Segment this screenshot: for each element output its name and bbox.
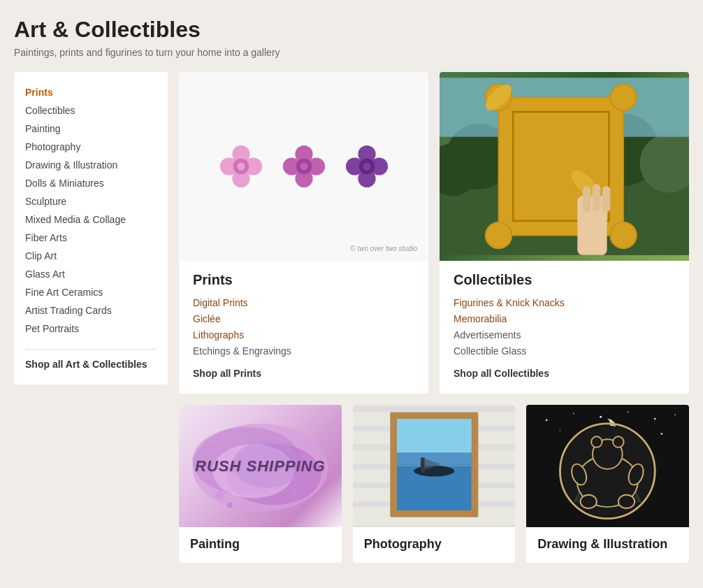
collectibles-card: Collectibles Figurines & Knick Knacks Me… [440, 72, 689, 394]
sidebar-item-pet-portraits[interactable]: Pet Portraits [25, 322, 157, 335]
svg-rect-49 [353, 407, 516, 413]
svg-point-29 [610, 85, 637, 111]
collectibles-svg [440, 72, 689, 261]
list-item[interactable]: Digital Prints [193, 296, 414, 309]
svg-rect-57 [397, 419, 472, 452]
page-wrapper: Art & Collectibles Paintings, prints and… [0, 0, 703, 580]
svg-point-17 [363, 162, 370, 170]
sidebar-item-mixed-media[interactable]: Mixed Media & Collage [25, 213, 157, 226]
svg-rect-37 [602, 186, 610, 213]
list-item[interactable]: Lithographs [193, 329, 414, 341]
list-item[interactable]: Etchings & Engravings [193, 345, 414, 357]
svg-point-89 [591, 436, 602, 447]
photography-svg [353, 405, 516, 527]
list-item[interactable]: Giclée [193, 313, 414, 325]
svg-point-69 [654, 418, 656, 420]
prints-card-body: Prints Digital Prints Giclée Lithographs… [179, 261, 428, 394]
painting-card-body: Painting [179, 527, 342, 563]
sidebar-item-fiber-arts[interactable]: Fiber Arts [25, 231, 157, 244]
list-item[interactable]: Advertisements [454, 329, 675, 341]
prints-title: Prints [193, 272, 414, 288]
sidebar: Prints Collectibles Painting Photography… [14, 72, 168, 385]
sidebar-item-ceramics[interactable]: Fine Art Ceramics [25, 286, 157, 299]
sidebar-divider [25, 349, 157, 350]
svg-point-67 [600, 416, 602, 418]
photography-card: Photography [353, 405, 516, 563]
sidebar-item-glass-art[interactable]: Glass Art [25, 268, 157, 280]
sidebar-item-dolls[interactable]: Dolls & Miniatures [25, 177, 157, 189]
collectibles-title: Collectibles [454, 272, 675, 288]
prints-copyright: © two over two studio [350, 245, 417, 252]
flower-1 [217, 142, 266, 191]
svg-rect-36 [593, 184, 600, 211]
sidebar-item-drawing[interactable]: Drawing & Illustration [25, 159, 157, 171]
drawing-svg [526, 405, 689, 527]
shop-all-prints-link[interactable]: Shop all Prints [193, 368, 261, 379]
photography-title: Photography [364, 537, 505, 552]
svg-point-66 [573, 413, 574, 414]
sidebar-item-sculpture[interactable]: Sculpture [25, 195, 157, 208]
sidebar-item-clip-art[interactable]: Clip Art [25, 250, 157, 262]
content-layout: Prints Collectibles Painting Photography… [14, 72, 689, 563]
flower-2 [280, 142, 328, 191]
painting-title: Painting [190, 537, 331, 552]
top-row: © two over two studio Prints Digital Pri… [179, 72, 689, 394]
svg-point-72 [661, 433, 663, 435]
drawing-card-body: Drawing & Illustration [526, 527, 689, 563]
svg-rect-35 [583, 186, 590, 213]
shop-all-sidebar-link[interactable]: Shop all Art & Collectibles [25, 359, 147, 370]
sidebar-item-painting[interactable]: Painting [25, 122, 157, 135]
prints-card: © two over two studio Prints Digital Pri… [179, 72, 428, 394]
prints-image: © two over two studio [179, 72, 428, 261]
svg-point-31 [610, 222, 637, 249]
collectibles-image [440, 72, 689, 261]
svg-rect-62 [421, 457, 425, 472]
bottom-row: RUSH SHIPPING Painting [179, 405, 689, 563]
svg-point-91 [581, 495, 597, 508]
sidebar-item-trading-cards[interactable]: Artist Trading Cards [25, 304, 157, 317]
prints-links: Digital Prints Giclée Lithographs Etchin… [193, 296, 414, 357]
collectibles-card-body: Collectibles Figurines & Knick Knacks Me… [440, 261, 689, 394]
svg-point-90 [613, 436, 624, 447]
list-item[interactable]: Memorabilia [454, 313, 675, 325]
rush-shipping-text: RUSH SHIPPING [195, 457, 326, 475]
main-content: © two over two studio Prints Digital Pri… [179, 72, 689, 563]
sidebar-item-collectibles[interactable]: Collectibles [25, 104, 157, 117]
svg-point-61 [414, 466, 454, 477]
sidebar-nav: Prints Collectibles Painting Photography… [25, 86, 157, 335]
drawing-card: Drawing & Illustration [526, 405, 689, 563]
list-item[interactable]: Figurines & Knick Knacks [454, 296, 675, 309]
page-subtitle: Paintings, prints and figurines to turn … [14, 47, 689, 58]
flowers-container [217, 142, 391, 191]
collectibles-links: Figurines & Knick Knacks Memorabilia Adv… [454, 296, 675, 357]
flower-3 [342, 142, 391, 191]
list-item[interactable]: Collectible Glass [454, 345, 675, 357]
svg-point-92 [618, 495, 635, 508]
shop-all-collectibles-link[interactable]: Shop all Collectibles [454, 368, 549, 379]
svg-point-5 [237, 162, 245, 170]
photography-card-body: Photography [353, 527, 516, 563]
sidebar-item-prints[interactable]: Prints [25, 86, 157, 99]
svg-point-71 [560, 430, 561, 431]
svg-point-70 [675, 414, 676, 415]
painting-image: RUSH SHIPPING [179, 405, 342, 527]
svg-point-11 [300, 162, 307, 170]
photography-image [353, 405, 516, 527]
sidebar-item-photography[interactable]: Photography [25, 141, 157, 153]
drawing-title: Drawing & Illustration [537, 537, 678, 552]
svg-point-30 [486, 222, 512, 249]
page-title: Art & Collectibles [14, 17, 689, 43]
drawing-image [526, 405, 689, 527]
painting-card: RUSH SHIPPING Painting [179, 405, 342, 563]
svg-point-65 [546, 420, 548, 422]
svg-point-68 [628, 411, 629, 413]
